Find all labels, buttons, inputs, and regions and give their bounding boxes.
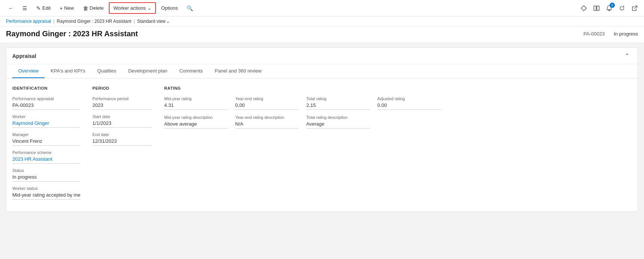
period-section: PERIOD Performance period 2023 Start dat… [92, 86, 152, 150]
collapse-button[interactable]: ⌃ [622, 52, 632, 60]
worker-status-value: Mid-year rating accepted by me [12, 191, 80, 200]
tab-content: IDENTIFICATION Performance appraisal PA-… [6, 78, 638, 212]
manager-label: Manager [12, 132, 80, 137]
rating-section: RATING Mid-year rating4.31Mid-year ratin… [164, 86, 632, 133]
toolbar-right: 0 [579, 3, 640, 13]
manager-value: Vincent Frenz [12, 138, 80, 146]
rating-col-0: Mid-year rating4.31Mid-year rating descr… [164, 96, 235, 129]
tab-development-plan[interactable]: Development plan [122, 64, 174, 78]
rating-value-2: 2,15 [306, 102, 370, 110]
search-button[interactable]: 🔍 [183, 3, 197, 13]
add-icon: + [59, 5, 62, 11]
end-date-value: 12/31/2023 [92, 138, 152, 146]
field-worker-status: Worker status Mid-year rating accepted b… [12, 186, 80, 200]
rating-value-0: 4.31 [164, 102, 228, 110]
chevron-down-icon: ⌄ [147, 5, 151, 11]
edit-icon: ✎ [36, 5, 41, 11]
period-title: PERIOD [92, 86, 152, 90]
hamburger-icon: ☰ [22, 5, 27, 11]
start-date-label: Start date [92, 114, 152, 119]
rating-desc-value-2: Average [306, 120, 370, 129]
rating-desc-label-0: Mid-year rating description [164, 115, 228, 120]
menu-button[interactable]: ☰ [19, 3, 31, 13]
identification-title: IDENTIFICATION [12, 86, 80, 90]
performance-scheme-label: Performance scheme [12, 150, 80, 155]
overview-sections: IDENTIFICATION Performance appraisal PA-… [12, 86, 632, 204]
page-title: Raymond Ginger : 2023 HR Assistant [6, 30, 138, 38]
main-content: Appraisal ⌃ Overview KPA's and KPI's Qua… [0, 43, 644, 259]
appraisal-card: Appraisal ⌃ Overview KPA's and KPI's Qua… [6, 47, 638, 212]
worker-label: Worker [12, 114, 80, 119]
split-icon [593, 5, 600, 12]
appraisal-card-header: Appraisal ⌃ [6, 48, 638, 64]
tab-overview[interactable]: Overview [12, 64, 45, 78]
identification-section: IDENTIFICATION Performance appraisal PA-… [12, 86, 80, 204]
rating-label-1: Year-end rating [235, 96, 299, 101]
tabs-bar: Overview KPA's and KPI's Qualities Devel… [6, 64, 638, 78]
delete-icon: 🗑 [83, 5, 88, 11]
rating-value-3: 0.00 [377, 102, 441, 110]
search-icon: 🔍 [187, 5, 193, 11]
tab-panel-360[interactable]: Panel and 360 review [209, 64, 267, 78]
status-label: Status [12, 168, 80, 173]
delete-button[interactable]: 🗑 Delete [79, 3, 108, 13]
favorites-button[interactable] [579, 3, 589, 13]
field-performance-period: Performance period 2023 [92, 96, 152, 110]
page-header: Raymond Ginger : 2023 HR Assistant PA-00… [0, 27, 644, 43]
field-worker: Worker Raymond Ginger [12, 114, 80, 128]
performance-appraisal-label: Performance appraisal [12, 96, 80, 101]
svg-rect-1 [594, 6, 596, 10]
open-in-new-button[interactable] [630, 3, 640, 13]
breadcrumb-record: Raymond Ginger : 2023 HR Assistant [57, 19, 131, 24]
status-badge: In progress [614, 31, 638, 37]
options-button[interactable]: Options [157, 3, 182, 13]
status-value: In progress [12, 173, 80, 182]
worker-status-label: Worker status [12, 186, 80, 191]
end-date-label: End date [92, 132, 152, 137]
tab-kpa[interactable]: KPA's and KPI's [45, 64, 91, 78]
field-performance-scheme: Performance scheme 2023 HR Assistant [12, 150, 80, 164]
tab-comments[interactable]: Comments [173, 64, 209, 78]
edit-button[interactable]: ✎ Edit [33, 3, 54, 13]
record-id: PA-00023 [583, 31, 605, 37]
rating-columns: Mid-year rating4.31Mid-year rating descr… [164, 96, 632, 133]
rating-col-3: Adjusted rating0.00 [377, 96, 448, 129]
worker-value[interactable]: Raymond Ginger [12, 120, 80, 128]
worker-actions-button[interactable]: Worker actions ⌄ [109, 2, 156, 14]
start-date-value: 1/1/2023 [92, 120, 152, 128]
rating-col-1: Year-end rating0,00Year-end rating descr… [235, 96, 306, 129]
new-button[interactable]: + New [56, 3, 77, 13]
rating-title: RATING [164, 86, 632, 90]
performance-period-value: 2023 [92, 102, 152, 110]
field-performance-appraisal: Performance appraisal PA-00023 [12, 96, 80, 110]
notifications-button[interactable]: 0 [604, 3, 614, 13]
back-button[interactable]: ← [4, 3, 17, 13]
open-external-icon [631, 5, 638, 12]
breadcrumb-sep2: | [134, 19, 135, 24]
breadcrumb-view-label: Standard view [137, 19, 165, 24]
notification-badge: 0 [610, 3, 615, 8]
performance-period-label: Performance period [92, 96, 152, 101]
rating-desc-label-1: Year-end rating description [235, 115, 299, 120]
field-end-date: End date 12/31/2023 [92, 132, 152, 146]
refresh-button[interactable] [617, 3, 627, 13]
tab-qualities[interactable]: Qualities [91, 64, 122, 78]
rating-label-2: Total rating [306, 96, 370, 101]
rating-label-0: Mid-year rating [164, 96, 228, 101]
performance-appraisal-value: PA-00023 [12, 102, 80, 110]
rating-desc-value-0: Above average [164, 120, 228, 129]
breadcrumb-sep1: | [53, 19, 55, 24]
breadcrumb-view-selector[interactable]: Standard view ⌄ [137, 19, 170, 24]
rating-desc-value-1: N/A [235, 120, 299, 129]
field-status: Status In progress [12, 168, 80, 182]
rating-desc-label-2: Total rating description [306, 115, 370, 120]
page-header-right: PA-00023 In progress [583, 31, 638, 37]
svg-rect-2 [597, 6, 599, 10]
refresh-icon [619, 5, 625, 12]
performance-scheme-value[interactable]: 2023 HR Assistant [12, 155, 80, 164]
breadcrumb: Performance appraisal | Raymond Ginger :… [0, 16, 644, 27]
breadcrumb-performance-appraisal[interactable]: Performance appraisal [6, 19, 51, 24]
field-start-date: Start date 1/1/2023 [92, 114, 152, 128]
appraisal-card-title: Appraisal [12, 53, 36, 59]
split-view-button[interactable] [592, 3, 601, 13]
